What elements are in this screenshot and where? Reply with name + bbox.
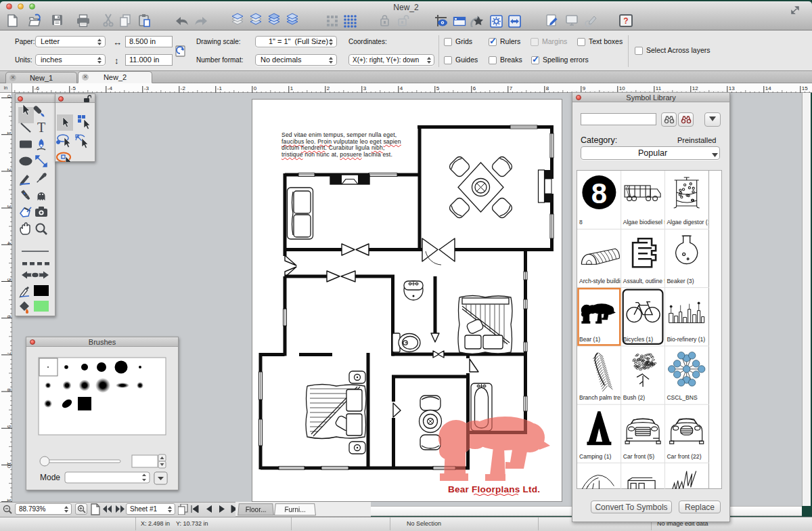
svg-text:-4: -4 [108, 85, 113, 91]
svg-text:Branch palm tree: Branch palm tree [579, 394, 624, 401]
svg-text:5: 5 [6, 278, 12, 282]
svg-text:8: 8 [591, 177, 607, 209]
svg-text:-1: -1 [217, 85, 223, 91]
svg-text:1: 1 [6, 131, 12, 135]
svg-text:Arch-style buildin: Arch-style buildin [579, 278, 624, 284]
svg-text:Bush (2): Bush (2) [623, 394, 646, 401]
svg-text:0: 0 [6, 95, 12, 98]
svg-text:Bicycles (1): Bicycles (1) [623, 336, 654, 343]
svg-text:8: 8 [6, 389, 12, 392]
svg-text:6: 6 [473, 85, 476, 91]
svg-text:Bio-refinery (1): Bio-refinery (1) [667, 336, 705, 343]
svg-text:?: ? [623, 16, 628, 26]
svg-text:14: 14 [765, 85, 771, 91]
svg-text:-5: -5 [71, 85, 76, 91]
svg-text:9: 9 [6, 425, 12, 429]
svg-text:T: T [37, 120, 45, 135]
svg-text:10: 10 [619, 85, 625, 91]
svg-text:10: 10 [6, 462, 12, 468]
svg-text:Algae biodiesel tr: Algae biodiesel tr [623, 219, 668, 226]
svg-text:-3: -3 [144, 85, 150, 91]
svg-text:11: 11 [656, 85, 662, 91]
svg-text:4: 4 [400, 85, 403, 91]
svg-text:7: 7 [6, 352, 12, 355]
svg-text:3: 3 [6, 205, 12, 209]
svg-text:3: 3 [363, 85, 367, 91]
svg-text:-2: -2 [181, 85, 186, 91]
svg-text:0: 0 [254, 85, 257, 91]
svg-text:2: 2 [6, 168, 12, 171]
svg-text:-6: -6 [35, 85, 40, 91]
svg-text:2: 2 [327, 85, 330, 91]
svg-text:Camping (1): Camping (1) [579, 453, 611, 460]
svg-text:15: 15 [802, 85, 808, 91]
svg-text:Beaker (3): Beaker (3) [667, 278, 694, 284]
svg-text:Bear (1): Bear (1) [579, 336, 600, 343]
svg-text:9: 9 [583, 85, 586, 91]
svg-text:Algae digestor (1): Algae digestor (1) [667, 219, 709, 226]
svg-text:12: 12 [692, 85, 698, 91]
svg-text:CSCL_BNS: CSCL_BNS [667, 394, 698, 401]
svg-text:Car front (22): Car front (22) [667, 453, 701, 460]
svg-text:8: 8 [546, 85, 549, 91]
svg-text:Bear Floorplans Ltd.: Bear Floorplans Ltd. [448, 484, 540, 494]
svg-text:5: 5 [436, 85, 440, 91]
svg-text:Car front (5): Car front (5) [623, 453, 654, 460]
svg-text:13: 13 [729, 85, 735, 91]
svg-text:Mode: Mode [40, 473, 60, 482]
svg-text:6: 6 [6, 315, 12, 318]
svg-text:1: 1 [290, 85, 294, 91]
svg-text:Assault, outline fi: Assault, outline fi [623, 278, 667, 284]
svg-text:7: 7 [510, 85, 513, 91]
svg-text:8: 8 [579, 219, 583, 226]
svg-text:4: 4 [6, 242, 12, 245]
